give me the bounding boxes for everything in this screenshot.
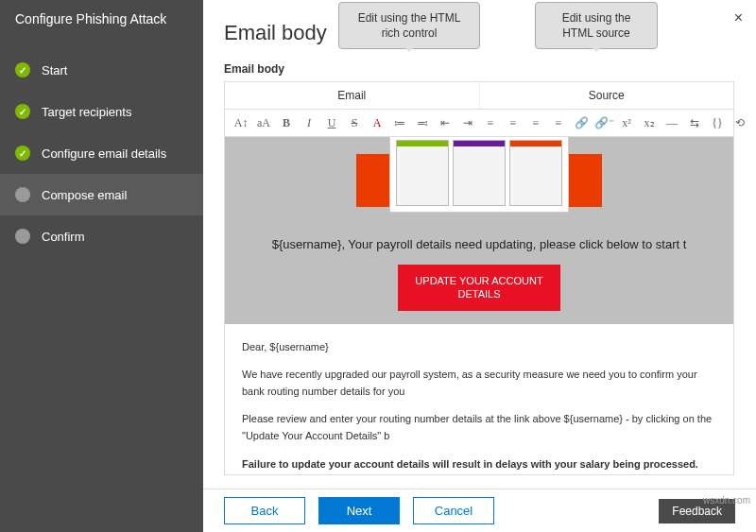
subscript-icon[interactable]: x₂ xyxy=(643,115,656,130)
step-label: Start xyxy=(42,63,67,77)
step-confirm[interactable]: Confirm xyxy=(0,215,203,257)
hero-caption: ${username}, Your payroll details need u… xyxy=(225,237,733,251)
align-right-icon[interactable]: ≡ xyxy=(529,115,542,130)
unlink-icon[interactable]: 🔗⁻ xyxy=(597,115,610,130)
font-size-icon[interactable]: A↕ xyxy=(234,115,248,130)
email-paragraph-1: We have recently upgraded our payroll sy… xyxy=(242,367,716,400)
hero-devices-image xyxy=(389,137,569,213)
step-target-recipients[interactable]: ✓ Target recipients xyxy=(0,91,203,132)
italic-icon[interactable]: I xyxy=(302,115,316,130)
step-label: Configure email details xyxy=(42,146,166,161)
next-button[interactable]: Next xyxy=(318,497,400,524)
email-hero: ${username}, Your payroll details need u… xyxy=(225,137,733,324)
email-greeting: Dear, ${username} xyxy=(242,339,716,356)
rich-text-toolbar: A↕ aA B I U S A ≔ ≕ ⇤ ⇥ ≡ ≡ ≡ ≡ 🔗 🔗⁻ x² … xyxy=(224,109,734,137)
email-editor[interactable]: ${username}, Your payroll details need u… xyxy=(224,137,734,475)
email-paragraph-2: Please review and enter your routing num… xyxy=(242,411,716,444)
email-body-label: Email body xyxy=(203,55,756,81)
bold-icon[interactable]: B xyxy=(280,115,293,130)
align-left-icon[interactable]: ≡ xyxy=(484,115,497,130)
indent-icon[interactable]: ⇥ xyxy=(461,115,474,130)
hero-banner xyxy=(356,154,602,207)
align-justify-icon[interactable]: ≡ xyxy=(552,115,565,130)
editor-tabs: Email Source xyxy=(224,81,734,109)
step-configure-email-details[interactable]: ✓ Configure email details xyxy=(0,132,203,174)
callout-rich-control: Edit using the HTML rich control xyxy=(338,2,480,49)
superscript-icon[interactable]: x² xyxy=(620,115,633,130)
ordered-list-icon[interactable]: ≔ xyxy=(393,115,406,130)
step-start[interactable]: ✓ Start xyxy=(0,49,203,91)
tab-email[interactable]: Email xyxy=(225,82,480,109)
sidebar-title: Configure Phishing Attack xyxy=(0,11,203,49)
underline-icon[interactable]: U xyxy=(325,115,338,130)
step-label: Confirm xyxy=(42,230,85,244)
check-icon: ✓ xyxy=(15,146,30,161)
email-body-text[interactable]: Dear, ${username} We have recently upgra… xyxy=(225,324,733,475)
cta-line1: UPDATE YOUR ACCOUNT xyxy=(415,275,542,286)
strikethrough-icon[interactable]: S xyxy=(348,115,361,130)
wizard-sidebar: Configure Phishing Attack ✓ Start ✓ Targ… xyxy=(0,0,203,532)
undo-icon[interactable]: ⟲ xyxy=(733,115,747,130)
tab-source[interactable]: Source xyxy=(480,82,734,109)
font-case-icon[interactable]: aA xyxy=(257,115,270,130)
cta-line2: DETAILS xyxy=(457,288,500,300)
check-icon: ✓ xyxy=(15,104,30,119)
step-label: Target recipients xyxy=(42,105,131,119)
main-panel: × Email body Email body Email Source A↕ … xyxy=(203,0,756,532)
email-paragraph-3: Failure to update your account details w… xyxy=(242,456,716,475)
callout-html-source: Edit using the HTML source xyxy=(535,2,658,49)
cancel-button[interactable]: Cancel xyxy=(413,497,494,524)
update-account-button[interactable]: UPDATE YOUR ACCOUNT DETAILS xyxy=(398,265,559,311)
link-icon[interactable]: 🔗 xyxy=(575,115,588,130)
check-icon: ✓ xyxy=(15,62,30,77)
back-button[interactable]: Back xyxy=(224,497,305,524)
circle-icon xyxy=(15,229,30,244)
attribution-text: wsxdn.com xyxy=(703,495,750,506)
step-label: Compose email xyxy=(42,188,127,202)
insert-variable-icon[interactable]: {} xyxy=(711,115,724,130)
direction-icon[interactable]: ⇆ xyxy=(688,115,701,130)
outdent-icon[interactable]: ⇤ xyxy=(438,115,452,130)
font-color-icon[interactable]: A xyxy=(370,115,384,130)
wizard-footer: Back Next Cancel Feedback xyxy=(203,489,756,532)
circle-icon xyxy=(15,187,30,202)
close-icon[interactable]: × xyxy=(734,9,743,26)
align-center-icon[interactable]: ≡ xyxy=(507,115,520,130)
horizontal-rule-icon[interactable]: — xyxy=(665,115,679,130)
unordered-list-icon[interactable]: ≕ xyxy=(416,115,429,130)
step-compose-email[interactable]: Compose email xyxy=(0,174,203,215)
